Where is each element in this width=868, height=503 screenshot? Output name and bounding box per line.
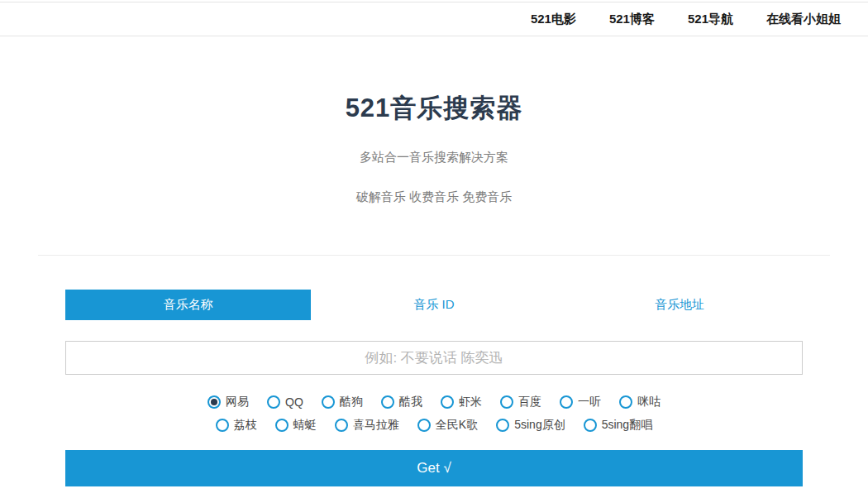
radio-migu[interactable]: 咪咕 [619, 395, 661, 410]
radio-label: 蜻蜓 [293, 418, 317, 433]
radio-5sing-original[interactable]: 5sing原创 [496, 418, 565, 433]
hero-section: 521音乐搜索器 多站合一音乐搜索解决方案 破解音乐 收费音乐 免费音乐 [38, 36, 830, 205]
radio-label: 荔枝 [234, 418, 257, 433]
radio-label: 酷狗 [340, 395, 363, 410]
search-tabs: 音乐名称 音乐 ID 音乐地址 [65, 290, 803, 320]
radio-label: 咪咕 [637, 395, 661, 410]
main-container: 521音乐搜索器 多站合一音乐搜索解决方案 破解音乐 收费音乐 免费音乐 音乐名… [38, 36, 830, 486]
get-button[interactable]: Get √ [65, 450, 803, 486]
radio-label: 5sing翻唱 [602, 418, 652, 433]
tab-music-name[interactable]: 音乐名称 [65, 290, 311, 320]
radio-icon [207, 395, 221, 409]
divider [38, 255, 830, 256]
radio-icon [584, 419, 597, 432]
subtitle-2: 破解音乐 收费音乐 免费音乐 [38, 189, 830, 205]
radio-icon [496, 419, 509, 432]
radio-xiami[interactable]: 虾米 [441, 395, 482, 410]
radio-label: 虾米 [459, 395, 482, 410]
radio-label: 百度 [518, 395, 541, 410]
radio-icon [322, 395, 335, 409]
source-row-1: 网易 QQ 酷狗 酷我 虾米 百度 [65, 395, 803, 410]
radio-icon [335, 419, 348, 432]
radio-baidu[interactable]: 百度 [500, 395, 541, 410]
radio-lizhi[interactable]: 荔枝 [216, 418, 257, 433]
radio-kuwo[interactable]: 酷我 [381, 395, 422, 410]
page-title: 521音乐搜索器 [38, 91, 830, 126]
radio-icon [619, 395, 632, 409]
radio-label: 酷我 [399, 395, 422, 410]
radio-label: QQ [285, 395, 303, 409]
radio-kugou[interactable]: 酷狗 [322, 395, 363, 410]
tab-music-id[interactable]: 音乐 ID [311, 290, 556, 320]
radio-icon [267, 395, 280, 409]
radio-icon [560, 395, 573, 409]
subtitle-1: 多站合一音乐搜索解决方案 [38, 150, 830, 165]
radio-icon [381, 395, 394, 409]
radio-icon [417, 419, 431, 432]
radio-quanmin-kge[interactable]: 全民K歌 [417, 418, 478, 433]
nav-item-watch-online[interactable]: 在线看小姐姐 [766, 12, 841, 27]
radio-label: 一听 [578, 395, 601, 410]
nav-item-521-navigation[interactable]: 521导航 [688, 12, 733, 27]
radio-label: 网易 [226, 395, 249, 410]
radio-qq[interactable]: QQ [267, 395, 303, 409]
radio-yiting[interactable]: 一听 [560, 395, 601, 410]
nav-item-521-movie[interactable]: 521电影 [531, 12, 576, 27]
radio-icon [216, 419, 229, 432]
radio-label: 全民K歌 [436, 418, 478, 433]
search-input[interactable] [65, 341, 803, 375]
radio-label: 5sing原创 [514, 418, 565, 433]
radio-qingting[interactable]: 蜻蜓 [275, 418, 317, 433]
top-navbar: 521电影 521博客 521导航 在线看小姐姐 [0, 2, 868, 36]
radio-netease[interactable]: 网易 [207, 395, 249, 410]
radio-icon [500, 395, 513, 409]
radio-label: 喜马拉雅 [353, 418, 399, 433]
radio-ximalaya[interactable]: 喜马拉雅 [335, 418, 399, 433]
radio-icon [275, 419, 289, 432]
search-form: 音乐名称 音乐 ID 音乐地址 网易 QQ 酷狗 酷我 [38, 290, 830, 486]
radio-icon [441, 395, 454, 409]
source-row-2: 荔枝 蜻蜓 喜马拉雅 全民K歌 5sing原创 5sing翻唱 [65, 418, 803, 433]
tab-music-url[interactable]: 音乐地址 [557, 290, 803, 320]
nav-item-521-blog[interactable]: 521博客 [609, 12, 655, 27]
radio-5sing-cover[interactable]: 5sing翻唱 [584, 418, 652, 433]
